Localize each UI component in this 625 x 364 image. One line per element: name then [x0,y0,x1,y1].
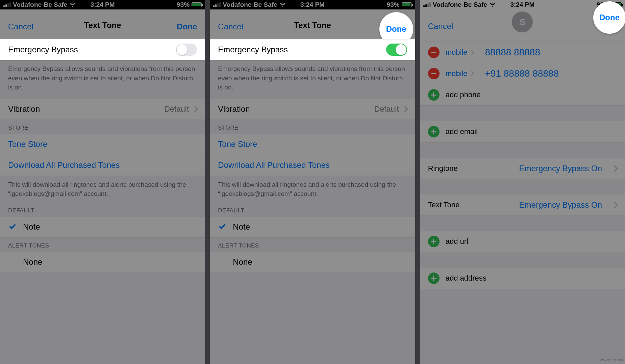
phone-number-2[interactable]: +91 88888 88888 [485,68,559,79]
add-icon[interactable] [428,236,440,247]
none-row[interactable]: None [210,252,415,273]
status-bar: Vodafone-Be Safe 3:24 PM 93% [420,0,625,9]
chevron-right-icon [191,106,198,112]
chevron-right-icon [469,50,474,55]
add-url-label: add url [446,237,468,246]
chevron-right-icon [611,202,618,208]
none-label: None [233,257,252,267]
wifi-icon [69,2,76,7]
alert-tones-header: ALERT TONES [0,238,205,252]
battery-percent: 93% [177,1,190,8]
alert-tones-header: ALERT TONES [210,238,415,252]
carrier-label: Vodafone-Be Safe [13,1,67,8]
emergency-bypass-row[interactable]: Emergency Bypass [0,39,205,60]
done-label: Done [599,13,620,22]
vibration-value: Default [374,105,399,114]
status-bar: Vodafone-Be Safe 3:24 PM 93% [0,0,205,9]
add-phone-row[interactable]: add phone [420,84,625,106]
avatar-initial: S [520,17,525,27]
cancel-button[interactable]: Cancel [218,22,243,31]
phone-row-1[interactable]: mobile 88888 88888 [420,42,625,63]
page-title: Text Tone [294,20,331,30]
download-footnote: This will download all ringtones and ale… [210,176,415,205]
chevron-right-icon [469,71,474,76]
clock-label: 3:24 PM [510,1,534,8]
tone-store-label: Tone Store [218,139,257,149]
chevron-right-icon [611,165,618,172]
vibration-label: Vibration [218,104,250,114]
delete-icon[interactable] [428,47,440,58]
done-button[interactable]: Done [177,22,197,31]
vibration-value: Default [164,105,189,114]
vibration-row[interactable]: Vibration Default [210,99,415,120]
add-phone-label: add phone [446,90,481,99]
signal-icon [3,2,11,7]
text-tone-row[interactable]: Text Tone Emergency Bypass On [420,194,625,215]
add-icon[interactable] [428,126,440,137]
phone-row-2[interactable]: mobile +91 88888 88888 [420,63,625,84]
emergency-bypass-row[interactable]: Emergency Bypass [210,39,415,60]
tone-store-link[interactable]: Tone Store [0,134,205,155]
add-email-row[interactable]: add email [420,121,625,142]
phone-type-label: mobile [446,69,474,78]
store-header: STORE [0,120,205,134]
note-row[interactable]: Note [0,217,205,238]
none-row[interactable]: None [0,252,205,273]
battery-percent: 93% [387,1,400,8]
store-header: STORE [210,120,415,134]
emergency-footnote: Emergency Bypass allows sounds and vibra… [210,60,415,99]
done-button-highlight[interactable]: Done [593,1,625,34]
screen-3-contact-edit: Vodafone-Be Safe 3:24 PM 93% Cancel S . … [420,0,625,364]
signal-icon [423,2,431,7]
cancel-button[interactable]: Cancel [428,22,453,31]
download-all-link[interactable]: Download All Purchased Tones [0,155,205,176]
carrier-label: Vodafone-Be Safe [223,1,277,8]
add-email-label: add email [446,127,478,136]
cancel-button[interactable]: Cancel [8,22,33,31]
carrier-label: Vodafone-Be Safe [433,1,487,8]
emergency-footnote: Emergency Bypass allows sounds and vibra… [0,60,205,99]
clock-label: 3:24 PM [91,1,115,8]
ringtone-row[interactable]: Ringtone Emergency Bypass On [420,158,625,179]
note-label: Note [233,222,250,232]
add-icon[interactable] [428,89,440,101]
check-icon [219,223,226,229]
nav-bar: Cancel Text Tone Done [0,9,205,39]
delete-icon[interactable] [428,68,440,79]
wifi-icon [279,2,286,7]
download-footnote: This will download all ringtones and ale… [0,176,205,205]
add-icon[interactable] [428,272,440,284]
phone-type-label: mobile [446,48,474,57]
battery-icon [192,2,202,7]
emergency-bypass-toggle[interactable] [386,44,407,56]
check-icon [9,223,16,229]
none-label: None [23,257,42,267]
download-all-link[interactable]: Download All Purchased Tones [210,155,415,176]
wifi-icon [489,2,496,7]
watermark: www.deuaq.com [599,358,624,362]
add-address-row[interactable]: add address [420,268,625,289]
battery-icon [402,2,412,7]
signal-icon [213,2,221,7]
done-label: Done [386,24,406,34]
note-row[interactable]: Note [210,217,415,238]
vibration-label: Vibration [8,104,40,114]
download-all-label: Download All Purchased Tones [218,160,329,170]
default-header: DEFAULT [210,205,415,217]
note-label: Note [23,222,40,232]
texttone-label: Text Tone [428,201,460,209]
add-address-label: add address [446,274,486,283]
default-header: DEFAULT [0,205,205,217]
page-title: Text Tone [84,20,121,30]
emergency-bypass-label: Emergency Bypass [218,45,288,54]
vibration-row[interactable]: Vibration Default [0,99,205,120]
phone-number-1[interactable]: 88888 88888 [485,47,540,58]
chevron-right-icon [401,106,408,112]
add-url-row[interactable]: add url [420,231,625,252]
tone-store-label: Tone Store [8,139,47,149]
screen-2-text-tone-on: Vodafone-Be Safe 3:24 PM 93% Cancel Text… [210,0,415,364]
contact-avatar[interactable]: S [512,11,533,32]
clock-label: 3:24 PM [300,1,325,8]
status-bar: Vodafone-Be Safe 3:24 PM 93% [210,0,415,9]
tone-store-link[interactable]: Tone Store [210,134,415,155]
